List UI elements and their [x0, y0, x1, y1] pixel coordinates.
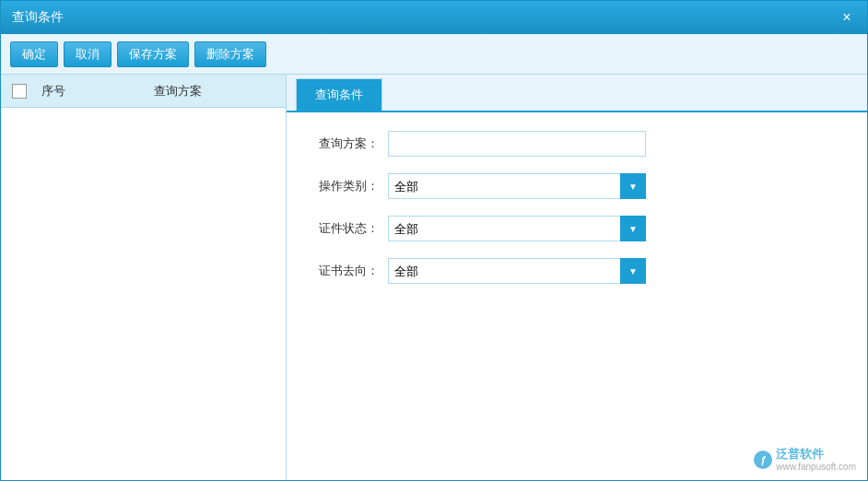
table-body [1, 108, 286, 480]
tab-query-conditions[interactable]: 查询条件 [296, 78, 382, 111]
cert-status-select[interactable]: 全部 [388, 216, 646, 241]
table-header: 序号 查询方案 [1, 75, 286, 108]
operation-type-select-wrapper: 全部 [388, 173, 646, 199]
cert-direction-label: 证书去向： [314, 263, 379, 279]
delete-plan-button[interactable]: 删除方案 [194, 41, 266, 67]
form-row-plan: 查询方案： [314, 131, 839, 157]
cert-direction-select-wrapper: 全部 [388, 258, 646, 284]
main-dialog: 查询条件 × 确定 取消 保存方案 删除方案 序号 查询方案 查询条件 [0, 0, 868, 481]
operation-type-select[interactable]: 全部 [388, 173, 646, 199]
header-checkbox[interactable] [12, 84, 27, 99]
logo-icon-text: ƒ [760, 454, 766, 465]
save-plan-button[interactable]: 保存方案 [117, 41, 189, 67]
form-row-cert-status: 证件状态： 全部 [314, 216, 839, 241]
confirm-button[interactable]: 确定 [10, 41, 58, 67]
toolbar: 确定 取消 保存方案 删除方案 [1, 34, 867, 75]
logo-text-block: 泛普软件 www.fanpusoft.com [776, 447, 856, 473]
plan-input[interactable] [388, 131, 646, 157]
form-area: 查询方案： 操作类别： 全部 证件状态： [287, 112, 867, 302]
logo-icon: ƒ [754, 451, 772, 469]
logo-sub-text: www.fanpusoft.com [776, 462, 856, 473]
col-seq-header: 序号 [30, 83, 76, 100]
form-row-operation-type: 操作类别： 全部 [314, 173, 839, 199]
cert-status-label: 证件状态： [314, 220, 379, 237]
header-checkbox-wrapper[interactable] [8, 84, 30, 99]
plan-label: 查询方案： [314, 135, 379, 152]
operation-type-label: 操作类别： [314, 178, 379, 194]
dialog-title: 查询条件 [12, 9, 64, 26]
footer-logo: ƒ 泛普软件 www.fanpusoft.com [754, 447, 856, 473]
col-plan-header: 查询方案 [76, 83, 278, 100]
tab-header: 查询条件 [287, 75, 867, 112]
cert-direction-select[interactable]: 全部 [388, 258, 646, 284]
form-row-cert-direction: 证书去向： 全部 [314, 258, 839, 284]
cancel-button[interactable]: 取消 [64, 41, 111, 67]
left-panel: 序号 查询方案 [1, 75, 287, 480]
logo-main-text: 泛普软件 [776, 447, 856, 462]
close-button[interactable]: × [838, 8, 856, 27]
main-content: 序号 查询方案 查询条件 查询方案： 操作类别： [1, 75, 867, 480]
cert-status-select-wrapper: 全部 [388, 216, 646, 241]
title-bar: 查询条件 × [1, 1, 867, 34]
right-panel: 查询条件 查询方案： 操作类别： 全部 [287, 75, 867, 480]
